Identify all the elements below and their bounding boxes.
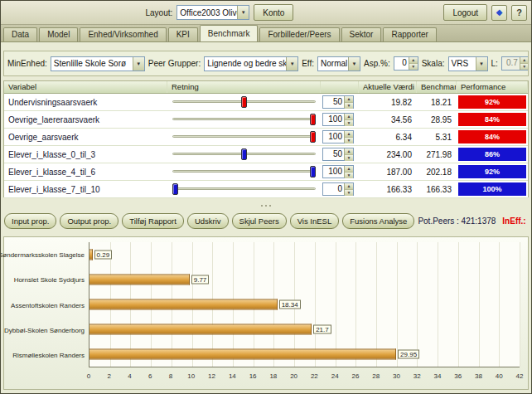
splitter-handle[interactable] [1,202,531,209]
eff-select[interactable]: Normal ▼ [317,56,360,71]
spin-up-icon[interactable]: ▲ [345,114,353,120]
slider-handle[interactable] [310,114,316,125]
toolbar-button-udskriv[interactable]: Udskriv [187,213,229,229]
chevron-down-icon[interactable]: ▼ [237,6,249,19]
weight-slider[interactable] [172,148,316,161]
spin-down-icon[interactable]: ▼ [520,64,529,70]
weight-slider[interactable] [172,130,316,143]
spin-up-icon[interactable]: ▲ [345,183,353,190]
slider-handle[interactable] [241,96,247,108]
spin-down-icon[interactable]: ▼ [345,138,353,143]
tab-forbilleder-peers[interactable]: Forbilleder/Peers [259,27,339,41]
benchmark-table: Variabel Retning Aktuelle Værdi Benchmar… [3,80,529,197]
tab-benchmark[interactable]: Benchmark [200,25,259,41]
weight-slider[interactable] [172,182,316,196]
x-tick-label: 6 [148,372,152,380]
chart-bar[interactable] [89,349,396,360]
spinner-buttons: ▲▼ [344,183,353,195]
benchmark-value: 202.18 [417,168,457,177]
weight-spinner[interactable]: 100▲▼ [322,165,354,178]
toolbar-button-skjul-peers[interactable]: Skjul Peers [232,213,287,229]
benchmark-value: 166.33 [417,185,457,194]
slider-handle[interactable] [172,183,178,195]
spin-up-icon[interactable]: ▲ [345,148,353,155]
diamond-icon-button[interactable]: ◆ [491,5,507,21]
x-tick-label: 30 [393,372,400,380]
application-window: Layout: Office2003 Olive ▼ Konto Logout … [0,0,532,394]
gridline [315,242,316,367]
gridline [376,242,377,367]
slider-handle[interactable] [310,131,316,143]
x-tick-label: 8 [169,372,172,380]
weight-spinner[interactable]: 100▲▼ [322,130,354,143]
spin-down-icon[interactable]: ▼ [409,64,418,70]
splitter-dots-icon [265,205,267,207]
x-tick-label: 24 [331,372,339,380]
weight-slider[interactable] [172,165,316,178]
peer-grupper-select[interactable]: Lignende og bedre skoler ( ▼ [204,56,298,71]
spin-up-icon[interactable]: ▲ [345,131,353,138]
tab-rapporter[interactable]: Rapporter [383,27,436,41]
spin-down-icon[interactable]: ▼ [345,190,353,196]
gridline [458,242,459,367]
chevron-down-icon[interactable]: ▼ [348,57,360,71]
spin-up-icon[interactable]: ▲ [345,96,353,103]
toolbar-button-output-prop[interactable]: Output prop. [60,213,118,229]
slider-track [172,187,316,190]
tab-kpi[interactable]: KPI [168,27,198,41]
category-label: Rismølleskolen Randers [12,351,85,358]
tab-sektor[interactable]: Sektor [341,27,382,41]
asp-spinner[interactable]: 0 ▲▼ [394,56,418,71]
x-tick-label: 26 [351,372,359,380]
toolbar-button-input-prop[interactable]: Input prop. [4,213,56,229]
weight-spinner[interactable]: 50▲▼ [322,148,354,161]
spin-down-icon[interactable]: ▼ [345,103,353,109]
help-icon-button[interactable]: ? [511,5,527,21]
chart-bar[interactable] [89,250,93,260]
toolbar-button-fusions-analyse[interactable]: Fusions Analyse [342,213,414,229]
spin-down-icon[interactable]: ▼ [345,173,353,178]
spin-down-icon[interactable]: ▼ [345,155,353,161]
toolbar-button-vis-inesl[interactable]: Vis InESL [290,213,340,229]
diamond-icon: ◆ [496,8,503,17]
chevron-down-icon[interactable]: ▼ [286,57,297,71]
weight-spinner[interactable]: 50▲▼ [322,95,354,109]
logout-button[interactable]: Logout [443,4,487,21]
weight-spinner[interactable]: 0▲▼ [322,182,354,196]
slider-handle[interactable] [310,166,316,178]
weight-spinner[interactable]: 100▲▼ [322,113,354,126]
chart-bar[interactable] [89,299,278,310]
skala-label: Skala: [422,59,445,68]
spin-up-icon[interactable]: ▲ [409,57,418,64]
chart-bar[interactable] [89,275,190,285]
variable-name: Oevrige_aarsvaerk [4,133,167,142]
toolbar-button-tilf-j-rapport[interactable]: Tilføj Rapport [122,213,184,229]
spin-up-icon[interactable]: ▲ [345,166,353,173]
skala-select[interactable]: VRS ▼ [448,56,488,71]
table-row: Oevrige_aarsvaerk100▲▼6.345.3184% [4,129,528,146]
table-row: Elever_i_klasse_7_til_100▲▼166.33166.331… [4,181,528,198]
column-header-variabel: Variabel [4,81,167,93]
tab-enhed-virksomhed[interactable]: Enhed/Virksomhed [80,27,166,41]
weight-slider[interactable] [172,95,316,109]
spinner-buttons: ▲▼ [344,166,353,178]
chevron-down-icon[interactable]: ▼ [133,57,144,71]
performance-bar: 92% [458,165,526,178]
tab-data[interactable]: Data [3,27,37,41]
chevron-down-icon[interactable]: ▼ [476,57,487,71]
x-tick-label: 2 [108,372,111,380]
minenhed-select[interactable]: Stenlille Skole Sorø ▼ [51,56,145,71]
slider-handle[interactable] [241,148,247,160]
l-spinner[interactable]: 0.7 ▲▼ [501,56,529,71]
konto-button[interactable]: Konto [254,4,293,21]
weight-slider[interactable] [172,113,316,126]
spin-down-icon[interactable]: ▼ [345,120,353,126]
weight-value: 100 [323,166,344,178]
spin-up-icon[interactable]: ▲ [520,57,529,64]
chart-bar[interactable] [89,324,312,335]
tab-model[interactable]: Model [39,27,78,41]
table-header: Variabel Retning Aktuelle Værdi Benchmar… [4,81,528,94]
weight-value: 50 [323,96,344,108]
category-label: Assentoftskolen Randers [11,301,85,309]
layout-select[interactable]: Office2003 Olive ▼ [177,5,249,20]
